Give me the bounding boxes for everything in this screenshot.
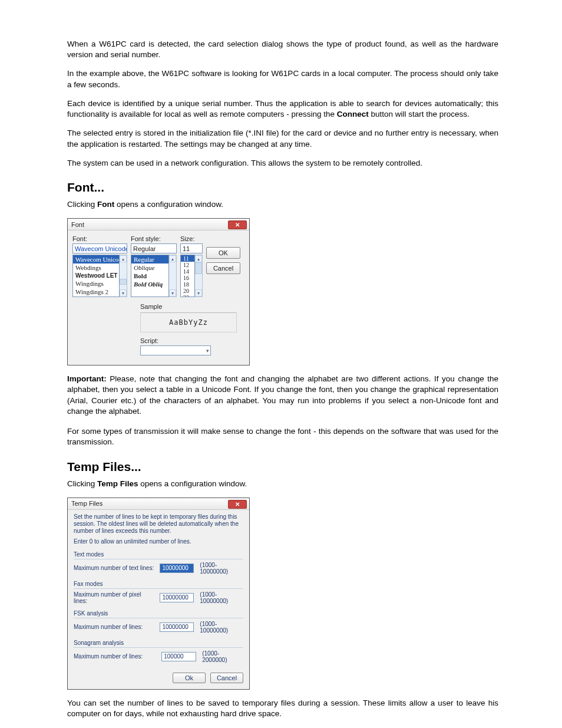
- section-header-fsk: FSK analysis: [74, 610, 243, 618]
- list-item[interactable]: Oblique: [131, 263, 168, 272]
- list-item[interactable]: Westwood LET Pl ai: [73, 272, 119, 279]
- field-label: Maximum number of text lines:: [74, 565, 154, 571]
- section-header-fax-modes: Fax modes: [74, 581, 243, 589]
- list-item[interactable]: Webdings: [73, 263, 119, 272]
- field-label: Maximum number of lines:: [74, 624, 154, 630]
- heading-font: Font...: [67, 180, 498, 195]
- body-paragraph: Important: Please, note that changing th…: [67, 374, 498, 417]
- list-item[interactable]: Wingdings 2: [73, 288, 119, 296]
- range-hint: (1000-10000000): [200, 621, 243, 634]
- list-item[interactable]: 12: [181, 262, 194, 268]
- range-hint: (1000-10000000): [200, 562, 243, 575]
- style-label: Font style:: [131, 235, 177, 242]
- list-item[interactable]: 18: [181, 281, 194, 288]
- pixel-lines-input[interactable]: 10000000: [160, 593, 194, 602]
- list-item[interactable]: Bold: [131, 272, 168, 280]
- script-dropdown[interactable]: ▾: [140, 345, 211, 355]
- style-listbox[interactable]: Regular Oblique Bold Bold Obliq: [131, 255, 169, 297]
- list-item[interactable]: 11: [181, 255, 194, 262]
- dialog-titlebar[interactable]: Temp Files ✕: [68, 498, 249, 510]
- font-input[interactable]: Wavecom Unicode: [72, 243, 127, 253]
- cancel-button[interactable]: Cancel: [210, 673, 243, 683]
- section-header-text-modes: Text modes: [74, 551, 243, 559]
- size-listbox[interactable]: 11 12 14 16 18 20 22: [180, 255, 195, 297]
- dialog-instruction: Set the number of lines to be kept in te…: [74, 513, 243, 535]
- field-label: Maximum number of lines:: [74, 653, 156, 660]
- heading-temp-files: Temp Files...: [67, 460, 498, 474]
- sample-label: Sample: [140, 303, 244, 310]
- list-item[interactable]: Regular: [131, 255, 168, 263]
- font-listbox[interactable]: Wavecom Unicode Webdings Westwood LET Pl…: [72, 255, 120, 297]
- sample-preview: AaBbYyZz: [140, 312, 237, 332]
- body-paragraph: Clicking Temp Files opens a configuratio…: [67, 479, 498, 489]
- chevron-down-icon: ▾: [206, 348, 209, 354]
- sonagram-lines-input[interactable]: 100000: [161, 652, 196, 661]
- scroll-up-icon[interactable]: ▴: [120, 255, 127, 262]
- font-dialog: Font ✕ Font: Wavecom Unicode Wavecom Uni…: [67, 218, 250, 365]
- scrollbar[interactable]: ▴ ▾: [195, 255, 203, 297]
- scroll-down-icon[interactable]: ▾: [195, 289, 202, 297]
- dialog-titlebar[interactable]: Font ✕: [68, 219, 249, 230]
- size-label: Size:: [180, 235, 203, 242]
- body-paragraph: The selected entry is stored in the init…: [67, 128, 498, 149]
- body-paragraph: Each device is identified by a unique se…: [67, 98, 498, 120]
- range-hint: (1000-10000000): [200, 591, 243, 604]
- dialog-title: Temp Files: [71, 500, 103, 507]
- list-item[interactable]: 22: [181, 294, 194, 297]
- style-input[interactable]: Regular: [131, 243, 177, 253]
- font-label: Font:: [72, 235, 127, 242]
- scroll-up-icon[interactable]: ▴: [195, 255, 202, 262]
- body-paragraph: The system can be used in a network conf…: [67, 158, 498, 169]
- list-item[interactable]: Wingdings: [73, 279, 119, 288]
- body-paragraph: When a W61PC card is detected, the card …: [67, 39, 498, 60]
- text-lines-input[interactable]: 10000000: [160, 564, 194, 573]
- list-item[interactable]: 14: [181, 268, 194, 275]
- scroll-thumb[interactable]: [120, 279, 127, 285]
- scrollbar[interactable]: ▴ ▾: [120, 255, 127, 297]
- body-paragraph: Clicking Font opens a configuration wind…: [67, 199, 498, 210]
- range-hint: (1000-2000000): [202, 650, 243, 663]
- field-label: Maximum number of pixel lines:: [74, 591, 154, 604]
- dialog-instruction: Enter 0 to allow an unlimited number of …: [74, 538, 243, 545]
- section-header-sonagram: Sonagram analysis: [74, 640, 243, 648]
- list-item[interactable]: 20: [181, 288, 194, 294]
- scroll-up-icon[interactable]: ▴: [169, 255, 176, 262]
- body-paragraph: You can set the number of lines to be sa…: [67, 698, 498, 719]
- list-item[interactable]: 16: [181, 275, 194, 281]
- close-button[interactable]: ✕: [228, 500, 247, 509]
- fsk-lines-input[interactable]: 10000000: [160, 622, 194, 632]
- scroll-down-icon[interactable]: ▾: [120, 289, 127, 297]
- ok-button[interactable]: Ok: [173, 673, 206, 683]
- ok-button[interactable]: OK: [206, 247, 240, 259]
- temp-files-dialog: Temp Files ✕ Set the number of lines to …: [67, 498, 250, 690]
- body-paragraph: For some types of transmission it will m…: [67, 426, 498, 447]
- close-icon: ✕: [235, 501, 240, 508]
- size-input[interactable]: 11: [180, 243, 203, 253]
- cancel-button[interactable]: Cancel: [206, 262, 240, 274]
- close-button[interactable]: ✕: [228, 220, 247, 229]
- dialog-title: Font: [71, 221, 84, 228]
- scrollbar[interactable]: ▴ ▾: [169, 255, 177, 297]
- close-icon: ✕: [235, 222, 240, 228]
- script-label: Script:: [140, 337, 244, 344]
- list-item[interactable]: Wavecom Unicode: [73, 255, 119, 263]
- scroll-down-icon[interactable]: ▾: [169, 289, 176, 297]
- scroll-thumb[interactable]: [195, 262, 202, 274]
- body-paragraph: In the example above, the W61PC software…: [67, 68, 498, 90]
- list-item[interactable]: Bold Obliq: [131, 280, 168, 288]
